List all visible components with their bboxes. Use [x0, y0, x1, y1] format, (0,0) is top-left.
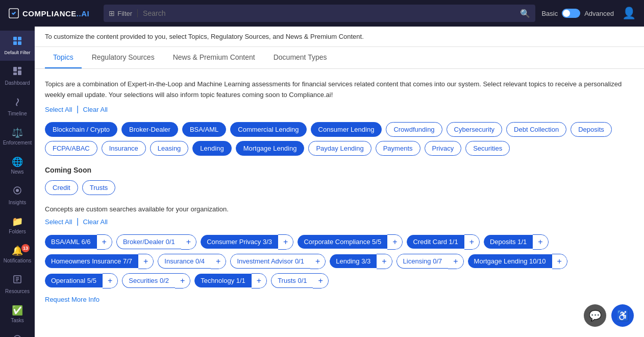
sidebar-item-default-filter[interactable]: Default Filter	[0, 31, 35, 61]
topic-tag[interactable]: Securities	[465, 141, 510, 156]
tab-document-types[interactable]: Document Types	[265, 47, 335, 68]
concept-tag-add[interactable]: +	[252, 273, 267, 288]
concept-tag[interactable]: Operational 5/5+	[45, 273, 118, 288]
concept-tag-add[interactable]: +	[181, 234, 196, 250]
concept-tag[interactable]: Lending 3/3+	[330, 254, 392, 269]
sidebar-label: Default Filter	[4, 50, 30, 56]
concept-tag-add[interactable]: +	[377, 254, 392, 269]
dashboard-icon	[12, 66, 22, 79]
topic-tag[interactable]: Deposits	[571, 122, 612, 137]
concept-tag-add[interactable]: +	[97, 234, 112, 250]
concept-tag[interactable]: Deposits 1/1+	[484, 234, 549, 250]
topic-tag[interactable]: Broker-Dealer	[121, 122, 178, 137]
topic-tags-container: Blockchain / CryptoBroker-DealerBSA/AMLC…	[45, 122, 634, 156]
topic-tag[interactable]: Cybersecurity	[447, 122, 502, 137]
concepts-select-all[interactable]: Select All	[45, 218, 72, 226]
concept-tag-label: Consumer Privacy 3/3	[201, 235, 278, 249]
search-input[interactable]	[143, 9, 520, 17]
svg-rect-5	[13, 67, 17, 71]
topic-tag[interactable]: Consumer Lending	[311, 122, 382, 137]
sidebar-item-dashboard[interactable]: Dashboard	[0, 61, 35, 91]
toggle-basic-label: Basic	[541, 10, 558, 17]
concept-tag-add[interactable]: +	[552, 254, 567, 269]
concept-tag[interactable]: Consumer Privacy 3/3+	[201, 234, 293, 250]
topic-tag[interactable]: Blockchain / Crypto	[45, 122, 117, 137]
concept-tag[interactable]: Mortgage Lending 10/10+	[468, 254, 567, 269]
sidebar-item-support[interactable]: Support	[0, 329, 35, 337]
chat-button[interactable]: 💬	[584, 304, 606, 327]
concept-tag[interactable]: Trusts 0/1+	[271, 273, 329, 288]
concept-tag-add[interactable]: +	[278, 234, 293, 250]
search-bar: ⊞ Filter 🔍	[104, 5, 535, 22]
request-more-info-link[interactable]: Request More Info	[45, 296, 100, 303]
accessibility-button[interactable]: ♿	[611, 304, 634, 327]
svg-rect-1	[13, 37, 17, 40]
concept-tag[interactable]: Securities 0/2+	[122, 273, 190, 288]
concept-tag-add[interactable]: +	[138, 254, 154, 269]
concept-tag-label: Securities 0/2	[122, 273, 175, 288]
topic-tag[interactable]: Payday Lending	[308, 141, 371, 156]
topic-tag[interactable]: Lending	[192, 141, 231, 156]
concept-tag-label: Corporate Compliance 5/5	[298, 235, 387, 249]
concept-tag[interactable]: Broker/Dealer 0/1+	[116, 234, 196, 250]
concept-tag-add[interactable]: +	[310, 254, 326, 269]
concept-tag[interactable]: Insurance 0/4+	[158, 254, 226, 269]
topics-select-all[interactable]: Select All	[45, 106, 72, 113]
concept-tag[interactable]: Technology 1/1+	[194, 273, 267, 288]
coming-soon-tag[interactable]: Credit	[45, 180, 78, 195]
concept-tag-add[interactable]: +	[448, 254, 463, 269]
svg-rect-8	[13, 73, 17, 75]
sidebar-item-timeline[interactable]: Timeline	[0, 91, 35, 122]
concept-tag-label: Homeowners Insurance 7/7	[45, 254, 138, 268]
tab-regulatory-sources[interactable]: Regulatory Sources	[84, 47, 163, 68]
topic-tag[interactable]: Crowdfunding	[386, 122, 442, 137]
topic-tag[interactable]: Leasing	[150, 141, 189, 156]
topics-description: Topics are a combination of Expert-in-th…	[45, 79, 634, 101]
concept-tag-add[interactable]: +	[313, 273, 328, 288]
concept-tag[interactable]: Investment Advisor 0/1+	[230, 254, 326, 269]
concept-tag-add[interactable]: +	[175, 273, 190, 288]
tab-topics[interactable]: Topics	[45, 47, 82, 68]
topic-tag[interactable]: BSA/AML	[182, 122, 226, 137]
svg-rect-3	[13, 41, 17, 45]
concept-tag-add[interactable]: +	[211, 254, 226, 269]
support-icon	[12, 334, 22, 337]
concept-tag[interactable]: Licensing 0/7+	[397, 254, 464, 269]
concept-tag-add[interactable]: +	[387, 234, 403, 250]
coming-soon-tag[interactable]: Trusts	[82, 180, 116, 195]
sidebar: Default Filter Dashboard Timeline	[0, 27, 35, 337]
concept-tag[interactable]: BSA/AML 6/6+	[45, 234, 112, 250]
sidebar-item-folders[interactable]: 📁 Folders	[0, 211, 35, 240]
concept-tag-add[interactable]: +	[533, 234, 548, 250]
accessibility-icon: ♿	[616, 309, 629, 322]
sidebar-item-resources[interactable]: Resources	[0, 269, 35, 300]
view-mode-toggle[interactable]	[562, 9, 580, 18]
topics-clear-all[interactable]: Clear All	[83, 106, 108, 113]
sidebar-item-insights[interactable]: Insights	[0, 180, 35, 211]
topic-tag[interactable]: Commercial Lending	[230, 122, 306, 137]
sidebar-item-tasks[interactable]: ✅ Tasks	[0, 300, 35, 329]
sidebar-label: Notifications	[4, 258, 31, 264]
concept-tag-add[interactable]: +	[103, 273, 118, 288]
tab-news-premium[interactable]: News & Premium Content	[165, 47, 263, 68]
filter-icon: ⊞	[109, 9, 115, 17]
user-avatar[interactable]: 👤	[622, 7, 636, 20]
sidebar-item-enforcement[interactable]: ⚖️ Enforcement	[0, 122, 35, 151]
topic-tag[interactable]: Insurance	[102, 141, 146, 156]
topic-tag[interactable]: Payments	[376, 141, 420, 156]
concept-tag[interactable]: Corporate Compliance 5/5+	[298, 234, 403, 250]
filter-button[interactable]: ⊞ Filter	[109, 9, 138, 17]
sidebar-item-notifications[interactable]: 🔔 13 Notifications	[0, 240, 35, 269]
concept-tag-add[interactable]: +	[464, 234, 480, 250]
sidebar-item-news[interactable]: 🌐 News	[0, 151, 35, 180]
svg-rect-2	[18, 37, 21, 40]
topic-tag[interactable]: FCPA/ABAC	[45, 141, 97, 156]
topic-tag[interactable]: Privacy	[425, 141, 462, 156]
topic-tag[interactable]: Debt Collection	[506, 122, 566, 137]
sidebar-label: Insights	[9, 200, 26, 206]
topic-tag[interactable]: Mortgage Lending	[236, 141, 305, 156]
concept-tag-label: Licensing 0/7	[397, 254, 449, 269]
concept-tag[interactable]: Credit Card 1/1+	[407, 234, 480, 250]
concepts-clear-all[interactable]: Clear All	[83, 218, 108, 226]
concept-tag[interactable]: Homeowners Insurance 7/7+	[45, 254, 154, 269]
